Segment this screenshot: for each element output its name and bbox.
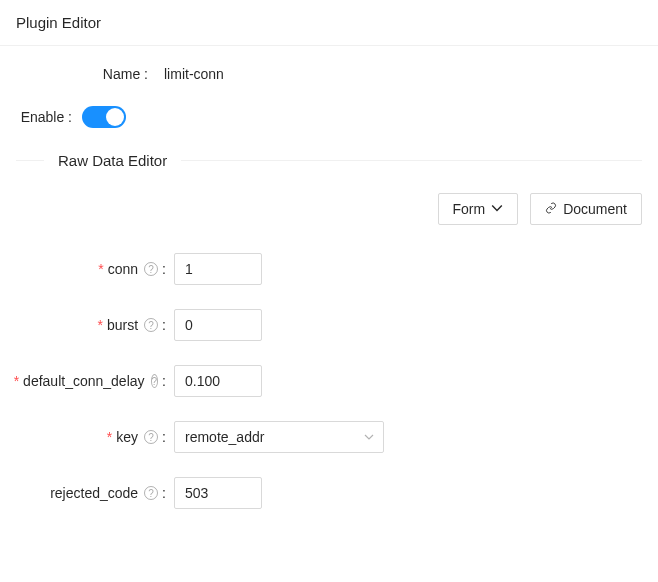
burst-input[interactable]: [174, 309, 262, 341]
name-label: Name :: [16, 66, 158, 82]
help-icon[interactable]: ?: [144, 262, 158, 276]
form-mode-button[interactable]: Form: [438, 193, 519, 225]
rejected-code-input[interactable]: [174, 477, 262, 509]
enable-toggle[interactable]: [82, 106, 126, 128]
default-conn-delay-input[interactable]: [174, 365, 262, 397]
name-value: limit-conn: [158, 66, 224, 82]
key-select[interactable]: [174, 421, 384, 453]
chevron-down-icon: [491, 201, 503, 217]
link-icon: [545, 201, 557, 217]
default-conn-delay-label: *default_conn_delay?:: [16, 373, 174, 389]
rejected-code-label: rejected_code?:: [16, 485, 174, 501]
conn-label: *conn?:: [16, 261, 174, 277]
burst-label: *burst?:: [16, 317, 174, 333]
section-title: Raw Data Editor: [16, 152, 642, 169]
help-icon[interactable]: ?: [144, 430, 158, 444]
modal-title: Plugin Editor: [0, 0, 658, 46]
conn-input[interactable]: [174, 253, 262, 285]
help-icon[interactable]: ?: [144, 486, 158, 500]
help-icon[interactable]: ?: [151, 374, 159, 388]
help-icon[interactable]: ?: [144, 318, 158, 332]
enable-label: Enable :: [16, 109, 82, 125]
key-label: *key?:: [16, 429, 174, 445]
document-button[interactable]: Document: [530, 193, 642, 225]
